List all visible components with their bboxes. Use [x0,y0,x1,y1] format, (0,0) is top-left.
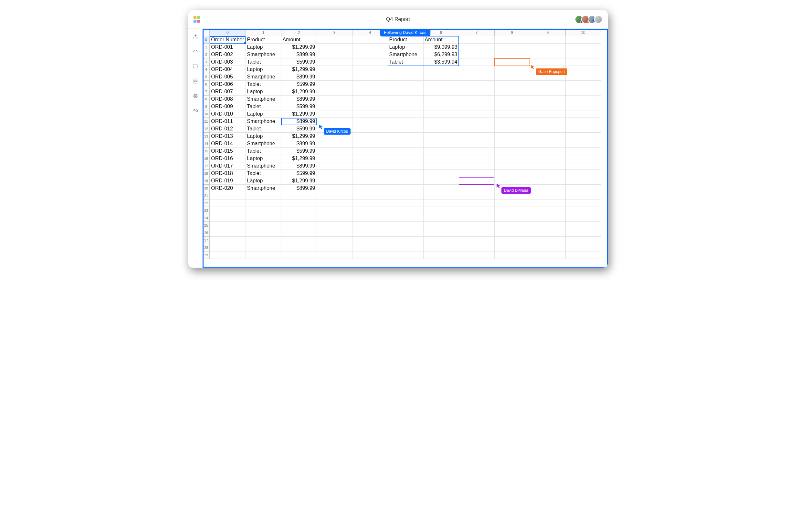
cell[interactable] [494,199,530,207]
cell[interactable] [530,192,565,199]
row-header[interactable]: 10 [203,110,210,118]
cell[interactable] [565,110,601,118]
cell[interactable]: ORD-013 [210,133,245,140]
cell[interactable] [494,170,530,177]
cell[interactable] [459,251,494,259]
cell[interactable]: ORD-005 [210,73,245,81]
cell[interactable]: Tablet [245,103,281,110]
cell[interactable] [530,199,565,207]
cell[interactable] [494,95,530,103]
cell[interactable] [530,133,565,140]
cell[interactable] [565,207,601,214]
cell[interactable]: $3,599.94 [423,58,459,66]
cell[interactable]: ORD-002 [210,51,245,58]
row-header[interactable]: 27 [203,237,210,244]
cell[interactable]: ORD-008 [210,95,245,103]
cell[interactable]: Tablet [388,58,423,66]
grid-corner[interactable] [203,29,210,36]
cell[interactable] [530,110,565,118]
cell[interactable] [459,51,494,58]
cell[interactable] [281,192,316,199]
cell[interactable] [316,36,352,43]
cell[interactable] [565,95,601,103]
cell[interactable] [530,222,565,229]
cell[interactable] [459,66,494,73]
cell[interactable] [388,170,423,177]
cell[interactable] [565,43,601,51]
cell[interactable] [423,162,459,170]
cell[interactable] [494,140,530,147]
cell[interactable] [530,81,565,88]
cell[interactable] [423,103,459,110]
cell[interactable] [565,58,601,66]
cell[interactable] [210,244,245,251]
cell[interactable]: Smartphone [245,118,281,125]
cell[interactable] [494,244,530,251]
cell[interactable] [423,177,459,185]
cell[interactable] [423,170,459,177]
cell[interactable] [316,244,352,251]
cell[interactable] [245,251,281,259]
cell[interactable] [494,185,530,192]
cell[interactable] [388,162,423,170]
cell[interactable] [423,199,459,207]
cell[interactable] [494,133,530,140]
cell[interactable]: Smartphone [245,95,281,103]
cell[interactable] [210,251,245,259]
cell[interactable]: $1,299.99 [281,133,316,140]
cell[interactable]: Tablet [245,147,281,155]
row-header[interactable]: 3 [203,58,210,66]
cell[interactable] [565,222,601,229]
cell[interactable] [565,103,601,110]
cell[interactable] [316,185,352,192]
cell[interactable] [530,207,565,214]
cell[interactable] [423,125,459,133]
cell[interactable]: $599.99 [281,170,316,177]
column-header[interactable]: 1 [245,29,281,36]
cell[interactable] [530,118,565,125]
cell[interactable] [352,147,388,155]
cell[interactable] [352,51,388,58]
cell[interactable] [494,207,530,214]
cell[interactable] [459,133,494,140]
cell[interactable] [316,110,352,118]
cell[interactable] [352,207,388,214]
cell[interactable] [423,147,459,155]
cell[interactable] [388,251,423,259]
cell[interactable] [316,95,352,103]
cell[interactable] [210,237,245,244]
cell[interactable] [210,207,245,214]
cell[interactable] [316,118,352,125]
cell[interactable] [316,162,352,170]
cell[interactable]: $6,299.93 [423,51,459,58]
cell[interactable] [494,177,530,185]
cell[interactable] [530,103,565,110]
cell[interactable] [210,214,245,222]
cell[interactable] [388,237,423,244]
cell[interactable] [388,177,423,185]
row-header[interactable]: 7 [203,88,210,95]
cell[interactable] [388,185,423,192]
cell[interactable] [388,118,423,125]
cell[interactable] [530,66,565,73]
row-header[interactable]: 6 [203,81,210,88]
cell[interactable] [494,73,530,81]
cell[interactable] [352,43,388,51]
cell[interactable] [388,207,423,214]
cell[interactable]: Tablet [245,81,281,88]
column-header[interactable]: 8 [494,29,530,36]
cell[interactable] [352,36,388,43]
cell[interactable]: $1,299.99 [281,66,316,73]
cell[interactable]: ORD-020 [210,185,245,192]
cell[interactable]: Laptop [245,66,281,73]
cell[interactable] [565,170,601,177]
ai-tool[interactable] [191,32,200,41]
cell[interactable]: ORD-004 [210,66,245,73]
row-header[interactable]: 4 [203,66,210,73]
cell[interactable] [352,170,388,177]
cell[interactable]: $899.99 [281,118,316,125]
row-header[interactable]: 2 [203,51,210,58]
cell[interactable]: $599.99 [281,103,316,110]
cell[interactable] [494,222,530,229]
cell[interactable] [423,81,459,88]
